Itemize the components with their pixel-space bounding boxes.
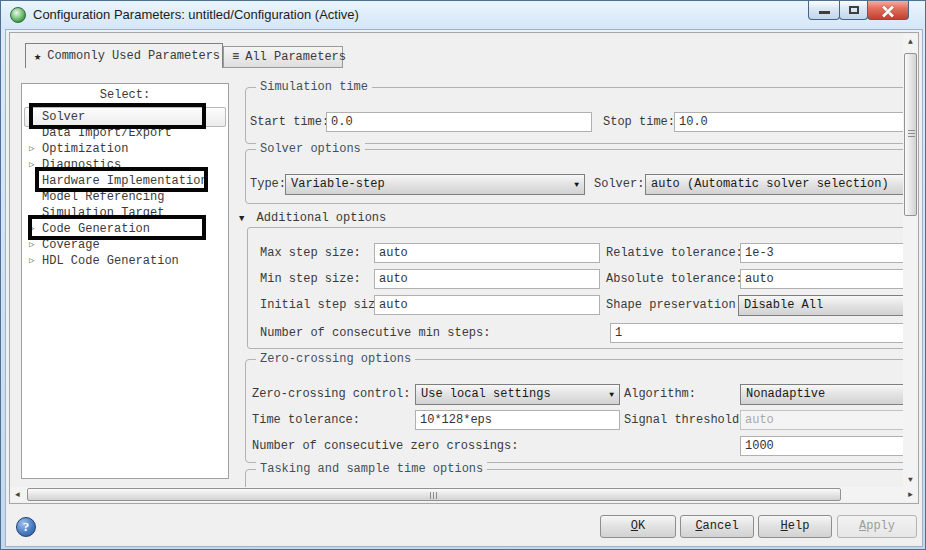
shape-preservation-dropdown[interactable]: Disable All [738, 295, 903, 316]
signal-threshold-label: Signal threshold: [624, 410, 746, 430]
initial-step-size-label: Initial step size: [260, 295, 390, 315]
consecutive-zero-crossings-input[interactable] [740, 436, 903, 456]
solver-options-group: Solver options Type: Variable-step ▼ Sol… [245, 149, 903, 204]
group-title: Zero-crossing options [256, 352, 415, 366]
ok-button[interactable]: OK [600, 515, 676, 538]
titlebar[interactable]: Configuration Parameters: untitled/Confi… [1, 1, 925, 29]
minimize-icon [819, 11, 830, 14]
configuration-parameters-window: Configuration Parameters: untitled/Confi… [0, 0, 926, 550]
group-title: Simulation time [256, 80, 372, 94]
tree-header: Select: [22, 88, 228, 102]
start-time-input[interactable] [326, 112, 592, 132]
scroll-left-icon[interactable]: ◄ [10, 487, 25, 502]
solver-dropdown[interactable]: auto (Automatic solver selection) [645, 174, 903, 195]
window-title: Configuration Parameters: untitled/Confi… [33, 7, 359, 22]
scroll-down-icon[interactable]: ▼ [903, 472, 918, 487]
scrollbar-grip [430, 492, 438, 499]
highlight-box-solver [29, 103, 206, 129]
group-title: Solver options [256, 142, 365, 156]
additional-options-group: Max step size: Relative tolerance: Min s… [247, 227, 903, 349]
max-step-size-label: Max step size: [260, 243, 361, 263]
tab-label: Commonly Used Parameters [47, 49, 220, 63]
algorithm-dropdown[interactable]: Nonadaptive [740, 384, 903, 405]
chevron-right-icon[interactable]: ▷ [29, 141, 34, 157]
absolute-tolerance-label: Absolute tolerance: [606, 269, 743, 289]
highlight-box-code-generation [28, 215, 206, 240]
zero-crossing-control-label: Zero-crossing control: [252, 384, 410, 404]
absolute-tolerance-input[interactable] [740, 269, 903, 289]
tab-commonly-used-parameters[interactable]: ★ Commonly Used Parameters [25, 43, 223, 68]
chevron-right-icon[interactable]: ▷ [29, 157, 34, 173]
sidebar-item-optimization[interactable]: ▷ Optimization [22, 141, 228, 157]
max-step-size-input[interactable] [374, 243, 600, 263]
star-icon: ★ [34, 49, 41, 64]
cancel-button[interactable]: Cancel [680, 515, 754, 538]
horizontal-scrollbar[interactable]: ◄ ► [10, 487, 918, 502]
chevron-down-icon: ▼ [609, 390, 614, 399]
simulink-config-app-icon [10, 7, 26, 23]
simulation-time-group: Simulation time Start time: Stop time: [245, 87, 903, 144]
time-tolerance-input[interactable] [415, 410, 620, 430]
zero-crossing-options-group: Zero-crossing options Zero-crossing cont… [245, 359, 903, 463]
horizontal-scrollbar-thumb[interactable] [27, 488, 841, 501]
consecutive-min-steps-input[interactable] [610, 323, 903, 343]
apply-button: Apply [837, 515, 917, 538]
stop-time-label: Stop time: [603, 112, 675, 132]
min-step-size-input[interactable] [374, 269, 600, 289]
tab-label: All Parameters [245, 50, 346, 64]
close-button[interactable] [867, 1, 909, 20]
sidebar-item-hdl-code-generation[interactable]: ▷ HDL Code Generation [22, 253, 228, 269]
min-step-size-label: Min step size: [260, 269, 361, 289]
relative-tolerance-input[interactable] [740, 243, 903, 263]
highlight-box-hardware-implementation [35, 167, 208, 192]
solver-type-dropdown[interactable]: Variable-step ▼ [285, 174, 585, 195]
relative-tolerance-label: Relative tolerance: [606, 243, 743, 263]
scroll-right-icon[interactable]: ► [903, 487, 918, 502]
chevron-down-icon: ▼ [574, 180, 579, 189]
algorithm-label: Algorithm: [624, 384, 696, 404]
group-title: Tasking and sample time options [256, 462, 487, 476]
solver-label: Solver: [594, 174, 644, 194]
initial-step-size-input[interactable] [374, 295, 600, 315]
menu-icon: ≡ [232, 50, 239, 64]
help-icon[interactable]: ? [16, 517, 36, 537]
maximize-icon [849, 6, 859, 14]
start-time-label: Start time: [250, 112, 329, 132]
vertical-scrollbar-thumb[interactable] [904, 53, 917, 216]
chevron-right-icon[interactable]: ▷ [29, 253, 34, 269]
window-controls [809, 1, 909, 20]
maximize-button[interactable] [839, 1, 868, 20]
minimize-button[interactable] [808, 1, 840, 20]
signal-threshold-input [740, 410, 903, 430]
consecutive-min-steps-label: Number of consecutive min steps: [260, 323, 490, 343]
vertical-scrollbar[interactable]: ▲ ▼ [903, 34, 918, 487]
tasking-options-group: Tasking and sample time options [245, 469, 903, 487]
solver-pane: Simulation time Start time: Stop time: S… [237, 68, 903, 487]
select-tree-panel: Select: Solver Data Import/Export ▷ Opti… [21, 83, 229, 479]
scrollbar-grip [908, 130, 915, 138]
help-button[interactable]: Help [758, 515, 832, 538]
scroll-up-icon[interactable]: ▲ [903, 34, 918, 49]
stop-time-input[interactable] [674, 112, 903, 132]
time-tolerance-label: Time tolerance: [252, 410, 360, 430]
shape-preservation-label: Shape preservation: [606, 295, 743, 315]
zero-crossing-control-dropdown[interactable]: Use local settings ▼ [415, 384, 620, 405]
type-label: Type: [250, 174, 286, 194]
tab-all-parameters[interactable]: ≡ All Parameters [223, 46, 343, 68]
consecutive-zero-crossings-label: Number of consecutive zero crossings: [252, 436, 518, 456]
additional-options-expander[interactable]: ▼ Additional options [239, 211, 386, 225]
chevron-down-icon: ▼ [239, 214, 244, 224]
